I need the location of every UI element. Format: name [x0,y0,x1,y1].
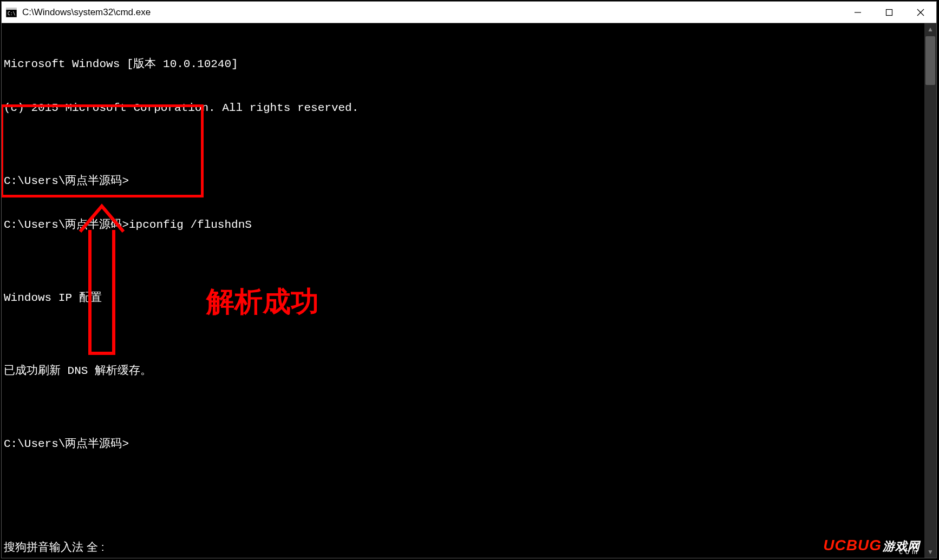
window-controls [842,2,936,23]
scroll-up-icon[interactable]: ▲ [924,23,936,35]
scroll-down-icon[interactable]: ▼ [924,546,936,558]
console-line: C:\Users\两点半源码> [4,174,924,188]
cmd-icon: C:\ [6,8,17,17]
console-area[interactable]: Microsoft Windows [版本 10.0.10240] (c) 20… [2,23,936,558]
close-button[interactable] [905,2,936,23]
ime-status: 搜狗拼音输入法 全 : [4,539,105,555]
console-line: Microsoft Windows [版本 10.0.10240] [4,57,924,71]
console-line: Windows IP 配置 [4,291,924,305]
titlebar[interactable]: C:\ C:\Windows\system32\cmd.exe [2,2,936,23]
console-line: 已成功刷新 DNS 解析缓存。 [4,364,924,378]
cmd-window: C:\ C:\Windows\system32\cmd.exe Microsof… [1,1,937,558]
svg-line-6 [917,9,924,16]
console-output: Microsoft Windows [版本 10.0.10240] (c) 20… [2,23,924,558]
svg-text:C:\: C:\ [8,11,16,16]
svg-rect-4 [886,9,892,15]
vertical-scrollbar[interactable]: ▲ ▼ [924,23,936,558]
maximize-button[interactable] [873,2,905,23]
svg-rect-1 [6,8,17,10]
scroll-thumb[interactable] [925,36,935,85]
window-title: C:\Windows\system32\cmd.exe [22,7,842,18]
svg-line-5 [917,9,924,16]
console-line: C:\Users\两点半源码> [4,437,924,451]
minimize-button[interactable] [842,2,873,23]
console-line: C:\Users\两点半源码>ipconfig /flushdnS [4,218,924,232]
console-line: (c) 2015 Microsoft Corporation. All righ… [4,101,924,115]
